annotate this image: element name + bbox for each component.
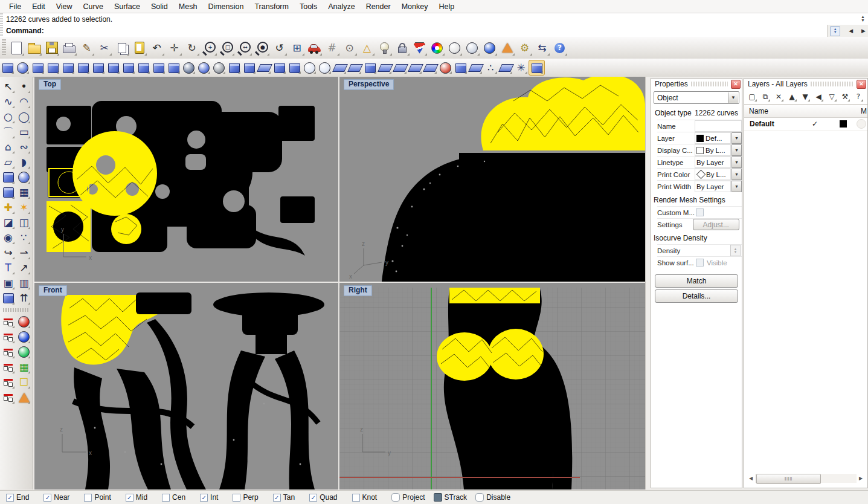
boolean-intersection-button[interactable] [211, 60, 227, 75]
menu-render[interactable]: Render [361, 1, 396, 12]
twist-face-button[interactable] [166, 60, 181, 75]
toggle-box-icon[interactable] [391, 493, 400, 502]
save-file-button[interactable] [43, 39, 60, 57]
toggle-disable[interactable]: Disable [475, 493, 510, 502]
hatch-plane-button[interactable] [408, 60, 423, 75]
viewport-right[interactable]: y z Right [339, 283, 645, 489]
checkbox-icon[interactable]: ✓ [309, 494, 317, 502]
surface-corner-points-button[interactable] [347, 60, 362, 75]
render-red-sphere-button[interactable] [16, 314, 31, 329]
shear-face-button[interactable] [151, 60, 166, 75]
scroll-left-icon[interactable]: ◀ [849, 28, 853, 34]
visible-checkbox[interactable] [696, 259, 704, 267]
property-value[interactable]: By L... [695, 144, 731, 156]
print-button[interactable] [60, 39, 78, 57]
move-layer-up-button[interactable]: ▲ [786, 91, 798, 103]
chevron-down-icon[interactable]: ▼ [728, 92, 738, 103]
primitive-cube-button[interactable] [453, 60, 468, 75]
options-gear-button[interactable]: ⚙ [516, 39, 533, 57]
render-plugin-button[interactable] [411, 39, 428, 57]
safe-frame-button[interactable]: ▦ [16, 360, 31, 375]
fillet-curves-button[interactable]: ↪ [1, 245, 16, 260]
viewport-title-right[interactable]: Right [344, 285, 372, 296]
solid-sphere-button[interactable] [16, 170, 31, 185]
viewport-top[interactable]: x y Top [34, 77, 338, 282]
history-scroll-spinner[interactable]: ▲▼ [859, 14, 867, 24]
block-tools-button[interactable]: ▣ [1, 276, 16, 291]
layer-material-icon[interactable] [857, 119, 866, 129]
property-value[interactable]: By L... [695, 169, 731, 180]
polygon-button[interactable]: ⌂ [1, 140, 16, 155]
right-viewport-canvas[interactable]: y z [339, 283, 645, 489]
extrude-both-sides-button[interactable] [45, 60, 60, 75]
layer-row[interactable]: Default✓ [744, 118, 867, 131]
solid-sphere-hole-button[interactable] [0, 60, 15, 75]
move-button[interactable]: ↗ [16, 260, 31, 276]
scrollbar-thumb[interactable]: ⦀⦀⦀ [756, 474, 821, 484]
checkbox-icon[interactable] [233, 494, 240, 502]
close-icon[interactable]: ✕ [857, 80, 866, 89]
menu-dimension[interactable]: Dimension [202, 1, 249, 12]
surface-from-curves-button[interactable] [423, 60, 438, 75]
render-preview-button[interactable] [446, 39, 463, 57]
command-prompt-line[interactable]: Command: ▲▼ ◀ ▶ [0, 25, 868, 37]
wirecut-button[interactable] [242, 60, 257, 75]
toggle-strack[interactable]: STrack [434, 493, 468, 502]
panel-grip[interactable] [811, 82, 854, 86]
copy-layer-button[interactable]: ⧉ [759, 91, 771, 103]
undo-view-change-button[interactable]: ↺ [271, 39, 288, 57]
layer-help-button[interactable]: ? [852, 91, 864, 103]
adjust-button[interactable]: Adjust... [693, 219, 740, 230]
viewport-front[interactable]: x z Front [34, 283, 338, 489]
perspective-viewport-canvas[interactable]: > y z x [339, 77, 645, 282]
boolean-tools-button[interactable]: ✚ [1, 200, 16, 215]
named-views-button[interactable] [306, 39, 323, 57]
fillet-edge-button[interactable] [272, 60, 287, 75]
render-blue-sphere-button[interactable] [16, 329, 31, 344]
surface-curved-button[interactable]: ◗ [16, 155, 31, 170]
properties-page-select[interactable]: Object ▼ [654, 91, 739, 104]
toggle-box-icon[interactable] [475, 493, 484, 502]
curve-interpolated-button[interactable]: ∿ [1, 94, 16, 109]
zoom-window-button[interactable]: □ [218, 39, 236, 57]
checkbox-icon[interactable]: ✓ [6, 494, 14, 502]
surface-plane-button[interactable] [332, 60, 347, 75]
viewport-title-top[interactable]: Top [39, 79, 61, 90]
chevron-down-icon[interactable]: ▼ [731, 132, 742, 144]
extrude-straight-button[interactable] [30, 60, 45, 75]
menu-help[interactable]: Help [433, 1, 460, 12]
point-objects-button[interactable]: △ [358, 39, 376, 57]
color-picker-button[interactable] [428, 39, 446, 57]
control-points-on-button[interactable]: ☐ [16, 375, 31, 390]
checkbox-icon[interactable] [84, 494, 92, 502]
surface-from-points-button[interactable]: ▱ [1, 155, 16, 170]
lights-button[interactable] [376, 39, 393, 57]
checkbox-icon[interactable]: ✓ [200, 494, 208, 502]
checkbox-icon[interactable]: ✓ [273, 494, 281, 502]
viewport-layout-button[interactable]: ⊞ [288, 39, 306, 57]
osnap-perp[interactable]: Perp [233, 493, 258, 502]
pan-view-button[interactable]: ✛ [166, 39, 183, 57]
chevron-down-icon[interactable]: ▼ [731, 157, 742, 168]
new-file-button[interactable] [8, 39, 25, 57]
uv-editor-button[interactable] [498, 60, 513, 75]
text-object-button[interactable]: T [1, 260, 16, 276]
circle-center-radius-button[interactable]: ⊙ [341, 39, 358, 57]
extrude-along-curve-button[interactable] [91, 60, 106, 75]
property-value[interactable]: By Layer [695, 181, 731, 192]
clipping-plane-button[interactable] [438, 60, 453, 75]
extract-surface-button[interactable] [257, 60, 272, 75]
boolean-union-button[interactable] [181, 60, 196, 75]
osnap-point[interactable]: Point [84, 493, 111, 502]
surface-rotate-button[interactable] [393, 60, 408, 75]
edit-notes-button[interactable]: ✎ [78, 39, 95, 57]
cap-planar-holes-button[interactable] [106, 60, 121, 75]
solid-cylinder-button[interactable] [1, 185, 16, 200]
osnap-int[interactable]: ✓Int [200, 493, 218, 502]
render-current-button[interactable] [498, 39, 516, 57]
rectangle-button[interactable]: ▭ [16, 124, 31, 140]
solid-slab-button[interactable] [15, 60, 30, 75]
menu-surface[interactable]: Surface [109, 1, 146, 12]
layer-color-swatch[interactable] [840, 120, 847, 128]
scroll-left-icon[interactable]: ◀ [747, 474, 755, 483]
